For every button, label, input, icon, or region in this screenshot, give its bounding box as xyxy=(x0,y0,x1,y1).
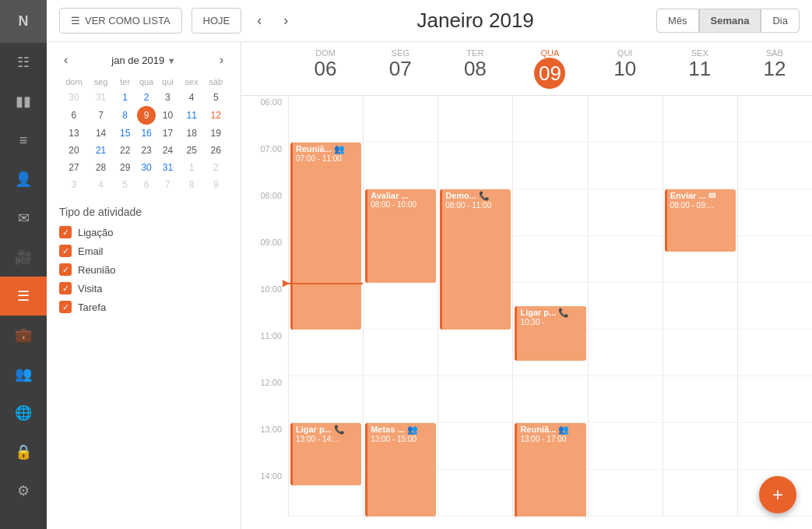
cal-cell-row2-col3[interactable] xyxy=(512,189,587,236)
fab-button[interactable]: + xyxy=(759,476,796,513)
mini-cal-day[interactable]: 7 xyxy=(89,106,113,125)
cal-cell-row6-col6[interactable] xyxy=(737,376,812,423)
mini-cal-day[interactable]: 5 xyxy=(113,176,137,193)
mini-cal-day[interactable]: 8 xyxy=(113,106,137,125)
cal-cell-row7-col4[interactable] xyxy=(588,423,663,470)
mini-cal-day[interactable]: 23 xyxy=(137,142,156,159)
cal-cell-row4-col6[interactable] xyxy=(737,283,812,330)
mini-cal-day[interactable]: 11 xyxy=(180,106,204,125)
cal-cell-row5-col6[interactable] xyxy=(737,330,812,376)
cal-cell-row0-col6[interactable] xyxy=(737,96,812,143)
event-block-ev3[interactable]: Demo... 📞08:00 - 11:00 xyxy=(440,189,511,330)
cal-cell-row2-col5[interactable]: Enviar ... ✉08:00 - 09:... xyxy=(663,189,737,236)
event-block-ev7[interactable]: Metas ... 👥13:00 - 15:00 xyxy=(365,423,436,517)
mini-cal-day[interactable]: 15 xyxy=(113,125,137,142)
cal-cell-row4-col5[interactable] xyxy=(663,283,737,330)
list-view-button[interactable]: ☰ VER COMO LISTA xyxy=(59,8,182,34)
mini-cal-day[interactable]: 19 xyxy=(204,125,228,142)
mini-cal-day[interactable]: 25 xyxy=(180,142,204,159)
cal-cell-row2-col1[interactable]: Avaliar ... 08:00 - 10:00 xyxy=(363,189,438,236)
mini-cal-day[interactable]: 10 xyxy=(156,106,180,125)
mini-cal-day[interactable]: 6 xyxy=(137,176,156,193)
mini-cal-day[interactable]: 3 xyxy=(156,89,180,106)
cal-cell-row0-col0[interactable] xyxy=(288,96,363,143)
cal-cell-row6-col3[interactable] xyxy=(512,376,587,423)
event-block-ev1[interactable]: Reuniã... 👥07:00 - 11:00 xyxy=(290,143,361,330)
mini-cal-day[interactable]: 9 xyxy=(204,176,228,193)
mini-cal-day[interactable]: 4 xyxy=(180,89,204,106)
mini-cal-day[interactable]: 7 xyxy=(156,176,180,193)
mini-cal-day[interactable]: 27 xyxy=(59,159,89,176)
mini-cal-day[interactable]: 14 xyxy=(89,125,113,142)
cal-cell-row4-col1[interactable] xyxy=(363,283,438,330)
mail-icon[interactable]: ✉ xyxy=(0,199,47,238)
activity-checkbox[interactable] xyxy=(59,245,72,257)
mini-cal-day[interactable]: 29 xyxy=(113,159,137,176)
cal-cell-row6-col1[interactable] xyxy=(363,376,438,423)
mini-cal-day[interactable]: 12 xyxy=(204,106,228,125)
cal-cell-row5-col4[interactable] xyxy=(588,330,663,376)
mini-cal-day[interactable]: 9 xyxy=(137,106,156,125)
briefcase-icon[interactable]: 💼 xyxy=(0,316,47,354)
cal-cell-row4-col4[interactable] xyxy=(588,283,663,330)
person-icon[interactable]: 👥 xyxy=(0,354,47,393)
cal-cell-row0-col5[interactable] xyxy=(663,96,737,143)
mini-cal-day[interactable]: 30 xyxy=(59,89,89,106)
mini-cal-day[interactable]: 21 xyxy=(89,142,113,159)
cal-cell-row1-col3[interactable] xyxy=(512,143,587,189)
mini-cal-prev[interactable]: ‹ xyxy=(59,51,72,69)
cal-cell-row7-col5[interactable] xyxy=(663,423,737,470)
today-button[interactable]: HOJE xyxy=(192,8,242,34)
event-block-ev4[interactable]: Ligar p... 📞10:30 - xyxy=(515,306,585,361)
cal-cell-row8-col2[interactable] xyxy=(438,470,512,517)
activity-checkbox[interactable] xyxy=(59,301,72,313)
mini-cal-day[interactable]: 1 xyxy=(113,89,137,106)
event-block-ev2[interactable]: Avaliar ... 08:00 - 10:00 xyxy=(365,189,436,283)
prev-button[interactable]: ‹ xyxy=(251,9,268,32)
cal-cell-row5-col1[interactable] xyxy=(363,330,438,376)
cal-cell-row6-col4[interactable] xyxy=(588,376,663,423)
cal-cell-row0-col4[interactable] xyxy=(588,96,663,143)
view-dia-button[interactable]: Dia xyxy=(761,9,800,33)
cal-cell-row1-col4[interactable] xyxy=(588,143,663,189)
cal-cell-row1-col5[interactable] xyxy=(663,143,737,189)
cal-cell-row6-col0[interactable] xyxy=(288,376,363,423)
view-mes-button[interactable]: Mês xyxy=(656,9,699,33)
mini-cal-day[interactable]: 22 xyxy=(113,142,137,159)
view-semana-button[interactable]: Semana xyxy=(699,9,761,33)
activity-checkbox[interactable] xyxy=(59,226,72,238)
mini-cal-day[interactable]: 18 xyxy=(180,125,204,142)
cal-cell-row4-col3[interactable]: Ligar p... 📞10:30 - xyxy=(512,283,587,330)
cal-cell-row1-col2[interactable] xyxy=(438,143,512,189)
mini-cal-day[interactable]: 26 xyxy=(204,142,228,159)
mini-cal-day[interactable]: 30 xyxy=(137,159,156,176)
cal-cell-row3-col4[interactable] xyxy=(588,236,663,283)
activity-item[interactable]: Reunião xyxy=(59,263,228,276)
activity-item[interactable]: Email xyxy=(59,245,228,257)
chart-icon[interactable]: ☷ xyxy=(0,43,47,82)
mini-cal-day[interactable]: 4 xyxy=(89,176,113,193)
cal-cell-row7-col2[interactable] xyxy=(438,423,512,470)
cal-grid[interactable]: 06:0007:00Reuniã... 👥07:00 - 11:0008:00A… xyxy=(241,96,812,517)
globe-icon[interactable]: 🌐 xyxy=(0,393,47,432)
event-block-ev6[interactable]: Ligar p... 📞13:00 - 14:... xyxy=(290,423,361,485)
mini-cal-day[interactable]: 24 xyxy=(156,142,180,159)
mini-cal-day[interactable]: 3 xyxy=(59,176,89,193)
next-button[interactable]: › xyxy=(277,9,294,32)
mini-cal-day[interactable]: 20 xyxy=(59,142,89,159)
mini-cal-day[interactable]: 6 xyxy=(59,106,89,125)
list2-icon[interactable]: ≡ xyxy=(0,121,47,160)
cal-cell-row2-col2[interactable]: Demo... 📞08:00 - 11:00 xyxy=(438,189,512,236)
mini-cal-day[interactable]: 2 xyxy=(204,159,228,176)
mini-cal-arrow[interactable]: ▼ xyxy=(167,56,176,65)
users-icon[interactable]: 👤 xyxy=(0,160,47,199)
cal-cell-row7-col6[interactable] xyxy=(737,423,812,470)
mini-cal-day[interactable]: 31 xyxy=(89,89,113,106)
mini-cal-day[interactable]: 5 xyxy=(204,89,228,106)
activity-item[interactable]: Visita xyxy=(59,282,228,294)
cal-cell-row7-col1[interactable]: Metas ... 👥13:00 - 15:00 xyxy=(363,423,438,470)
mini-cal-day[interactable]: 28 xyxy=(89,159,113,176)
cal-cell-row2-col6[interactable] xyxy=(737,189,812,236)
mini-cal-day[interactable]: 31 xyxy=(156,159,180,176)
activity-checkbox[interactable] xyxy=(59,263,72,276)
